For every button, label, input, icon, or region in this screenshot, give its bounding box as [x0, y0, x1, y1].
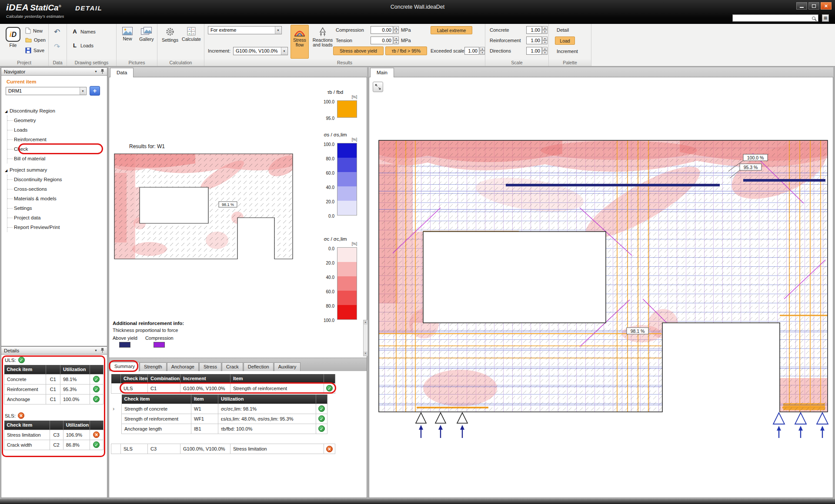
ribbon-group-results: For extreme▼ Increment: G100.0%, V100.0%… — [204, 24, 485, 66]
legend-color-block — [337, 201, 357, 215]
stress-flow-diagram[interactable]: 98.1 % — [113, 151, 295, 261]
minimize-button[interactable] — [796, 2, 807, 10]
compression-stepper[interactable] — [394, 26, 399, 34]
data-panel: Data Results for: W1 — [109, 67, 367, 498]
tree-item-report-preview[interactable]: Report Preview/Print — [7, 222, 105, 232]
names-button[interactable]: A Names — [71, 28, 96, 35]
collapse-icon[interactable] — [94, 349, 97, 352]
reinforcement-scale-input[interactable] — [526, 36, 542, 44]
palette-increment-button[interactable]: Increment — [557, 49, 578, 54]
tension-input[interactable] — [371, 36, 393, 44]
tree-item-cross-sections[interactable]: Cross-sections — [7, 184, 105, 194]
row-expander-icon[interactable] — [113, 405, 114, 412]
tree-item-reinforcement[interactable]: Reinforcement — [7, 135, 105, 144]
maximize-button[interactable] — [808, 2, 819, 10]
tree-item-bill-of-material[interactable]: Bill of material — [7, 154, 105, 163]
save-button[interactable]: Save — [25, 47, 44, 53]
undo-button[interactable]: ↶ — [54, 27, 60, 36]
redo-button[interactable]: ↷ — [54, 42, 60, 51]
exceeded-scale-input[interactable] — [464, 47, 479, 55]
label-extreme-toggle[interactable]: Label extreme — [431, 26, 472, 34]
table-row: ConcreteC198.1% — [4, 374, 104, 384]
stress-above-yield-toggle[interactable]: Stress above yield — [333, 46, 384, 55]
directions-scale-input[interactable] — [526, 47, 542, 55]
main-wall-drawing[interactable]: 100.0 % 95.3 % 98.1 % — [375, 129, 831, 439]
status-icon — [93, 376, 100, 382]
svg-text:×: × — [188, 32, 190, 36]
compression-input[interactable] — [371, 26, 393, 34]
legend-scrollbar[interactable]: ▲▼ — [363, 320, 368, 356]
ribbon-group-label: Palette — [549, 60, 591, 66]
calculate-button[interactable]: +−×= Calculate — [181, 25, 202, 59]
legend-sigma-s: σs / σs,lim [%] 100.0 80.0 60.0 40.0 20.… — [313, 132, 358, 219]
settings-button[interactable]: Settings — [160, 25, 180, 59]
increment-combo[interactable]: G100.0%, V100.0%▼ — [233, 47, 288, 55]
stress-flow-button[interactable]: Stress flow — [291, 25, 309, 59]
table-row[interactable]: Strength of reinforcementWF1εs/εs,lim: 4… — [122, 414, 327, 424]
pin-icon[interactable] — [100, 348, 104, 353]
summary-row-uls[interactable]: ULSC1G100.0%, V100.0%Strength of reinfor… — [111, 383, 335, 393]
tab-anchorage[interactable]: Anchorage — [167, 362, 199, 371]
palette-load-button[interactable]: Load — [555, 36, 575, 45]
directions-scale-stepper[interactable] — [542, 47, 548, 55]
tab-data[interactable]: Data — [110, 68, 134, 77]
tree-item-discontinuity-regions[interactable]: Discontinuity Regions — [7, 175, 105, 184]
tree-item-materials-models[interactable]: Materials & models — [7, 194, 105, 203]
save-icon — [25, 47, 31, 53]
open-button[interactable]: Open — [25, 37, 46, 43]
picture-new-button[interactable]: New — [119, 25, 136, 59]
reactions-loads-button[interactable]: Reactions and loads — [311, 25, 335, 59]
exceeded-scale-stepper[interactable] — [480, 47, 485, 55]
tension-stepper[interactable] — [394, 36, 399, 44]
concrete-scale-stepper[interactable] — [542, 26, 548, 34]
tab-summary[interactable]: Summary — [110, 362, 139, 371]
reinforcement-scale-stepper[interactable] — [542, 36, 548, 44]
ribbon-group-calculation: Settings +−×= Calculate Calculation — [157, 24, 204, 66]
file-button[interactable]: iD File — [3, 25, 23, 59]
pin-icon[interactable] — [100, 69, 104, 74]
gallery-button[interactable]: Gallery — [137, 25, 156, 59]
tree-item-project-data[interactable]: Project data — [7, 213, 105, 222]
palette-detail-button[interactable]: Detail — [557, 27, 569, 33]
extreme-combo[interactable]: For extreme▼ — [208, 26, 282, 34]
table-row[interactable]: Strength of concreteW1σc/σc,lim: 98.1% — [122, 404, 327, 414]
search-box[interactable] — [732, 14, 818, 22]
svg-text:=: = — [192, 32, 194, 36]
panel-toggle-button[interactable] — [822, 14, 829, 22]
tab-crack[interactable]: Crack — [222, 362, 243, 371]
navigator-body: Current item DRM1▼ + Discontinuity Regio… — [1, 76, 107, 346]
expander-icon — [5, 107, 10, 116]
collapse-icon[interactable] — [94, 70, 97, 73]
tree-item-loads[interactable]: Loads — [7, 125, 105, 135]
summary-row-sls[interactable]: SLSC3G100.0%, V100.0%Stress limitation — [111, 444, 335, 454]
window-bottom-edge — [0, 499, 835, 504]
tree-node-project-summary[interactable]: Project summary — [5, 165, 105, 175]
svg-text:−: − — [192, 27, 194, 31]
tree-item-check[interactable]: Check — [7, 144, 105, 154]
tab-deflection[interactable]: Deflection — [244, 362, 274, 371]
tree-item-settings[interactable]: Settings — [7, 203, 105, 213]
details-body: ULS: Check itemUtilization ConcreteC198.… — [1, 355, 107, 498]
tb-fbd-toggle[interactable]: τb / fbd > 95% — [385, 46, 427, 55]
table-row[interactable]: Anchorage lengthIB1τb/fbd: 100.0% — [122, 424, 327, 434]
new-button[interactable]: New — [25, 27, 43, 34]
tab-main[interactable]: Main — [370, 68, 394, 77]
search-input[interactable] — [733, 16, 812, 21]
tab-auxiliary[interactable]: Auxiliary — [274, 362, 301, 371]
extreme-label-bottom: 98.1 % — [631, 328, 645, 334]
supports-left — [416, 413, 468, 423]
concrete-scale-input[interactable] — [526, 26, 542, 34]
fit-view-button[interactable] — [373, 82, 383, 92]
tree-item-geometry[interactable]: Geometry — [7, 116, 105, 125]
chevron-down-icon: ▼ — [275, 27, 281, 34]
add-item-button[interactable]: + — [90, 86, 100, 96]
chevron-down-icon: ▼ — [281, 47, 287, 55]
legend-color-block — [337, 262, 357, 276]
current-item-combo[interactable]: DRM1▼ — [6, 87, 87, 95]
close-button[interactable] — [821, 2, 832, 10]
tagline: Calculate yesterday's estimates — [6, 14, 102, 19]
loads-button[interactable]: L Loads — [71, 42, 94, 49]
tab-strength[interactable]: Strength — [140, 362, 167, 371]
tab-stress[interactable]: Stress — [199, 362, 221, 371]
tree-node-discontinuity-region[interactable]: Discontinuity Region — [5, 106, 105, 116]
